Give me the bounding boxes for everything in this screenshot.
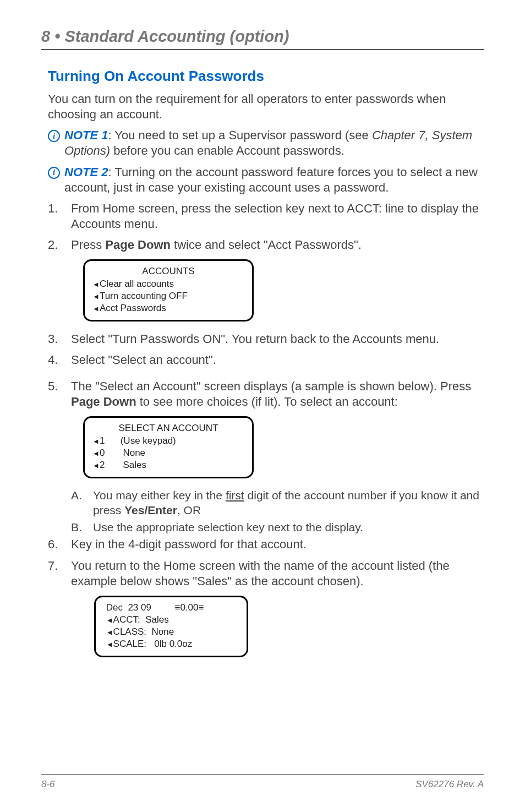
sub-a-text: You may either key in the first digit of…	[93, 488, 484, 518]
step-7-text: You return to the Home screen with the n…	[71, 558, 484, 589]
steps-list-1: 1. From Home screen, press the selection…	[48, 201, 484, 253]
step-5-bold: Page Down	[71, 395, 136, 408]
note-2: i NOTE 2: Turning on the account passwor…	[48, 165, 484, 195]
screen-select-row-3: ◄2 Sales	[92, 459, 244, 471]
step-5: 5. The "Select an Account" screen displa…	[48, 379, 484, 410]
section-heading: Turning On Account Passwords	[48, 68, 484, 85]
sub-b-letter: B.	[71, 520, 93, 535]
left-arrow-icon: ◄	[92, 449, 100, 457]
step-2-bold: Page Down	[105, 238, 171, 252]
left-arrow-icon: ◄	[106, 616, 113, 624]
screen-accounts-title: ACCOUNTS	[92, 265, 244, 277]
sub-b-text: Use the appropriate selection key next t…	[93, 520, 363, 535]
step-2-num: 2.	[48, 237, 71, 253]
screen-select-row-1: ◄1 (Use keypad)	[92, 435, 244, 447]
screen-home-line-2: ◄ACCT: Sales	[103, 614, 239, 626]
screen-accounts-row-1: ◄Clear all accounts	[92, 278, 244, 290]
left-arrow-icon: ◄	[92, 437, 100, 445]
step-2-prefix: Press	[71, 238, 105, 252]
step-2: 2. Press Page Down twice and select "Acc…	[48, 237, 484, 253]
screen-home-line-3: ◄CLASS: None	[103, 626, 239, 638]
note-1-after: before you can enable Account passwords.	[110, 144, 344, 157]
note-1-label: NOTE 1	[64, 128, 108, 142]
left-arrow-icon: ◄	[92, 292, 100, 301]
sub-a-letter: A.	[71, 488, 93, 518]
step-3-num: 3.	[48, 331, 71, 347]
step-2-text: Press Page Down twice and select "Acct P…	[71, 237, 484, 253]
step-7-num: 7.	[48, 558, 71, 589]
steps-list-2: 3. Select "Turn Passwords ON". You retur…	[48, 331, 484, 410]
step-7: 7. You return to the Home screen with th…	[48, 558, 484, 589]
step-4: 4. Select "Select an account".	[48, 352, 484, 368]
step-3-text: Select "Turn Passwords ON". You return b…	[71, 331, 484, 347]
sub-step-a: A. You may either key in the first digit…	[71, 488, 484, 518]
steps-list-3: 6. Key in the 4-digit password for that …	[48, 537, 484, 588]
left-arrow-icon: ◄	[92, 280, 100, 288]
step-5-num: 5.	[48, 379, 71, 410]
note-2-body: : Turning on the account password featur…	[64, 165, 478, 194]
screen-accounts-row-2: ◄Turn accounting OFF	[92, 290, 244, 302]
screen-select-row-2: ◄0 None	[92, 447, 244, 459]
intro-paragraph: You can turn on the requirement for all …	[48, 91, 484, 122]
screen-accounts-row-3: ◄Acct Passwords	[92, 302, 244, 314]
step-1: 1. From Home screen, press the selection…	[48, 201, 484, 232]
sub-a-underline: first	[226, 489, 244, 502]
sub-step-b: B. Use the appropriate selection key nex…	[71, 520, 484, 535]
note-1-text: NOTE 1: You need to set up a Supervisor …	[64, 128, 484, 159]
sub-steps-ab: A. You may either key in the first digit…	[71, 488, 484, 535]
step-6: 6. Key in the 4-digit password for that …	[48, 537, 484, 552]
page-footer: 8-6 SV62276 Rev. A	[41, 774, 484, 790]
screen-home: Dec 23 09 ≡0.00≡ ◄ACCT: Sales ◄CLASS: No…	[94, 596, 248, 657]
left-arrow-icon: ◄	[106, 640, 113, 648]
step-5-text: The "Select an Account" screen displays …	[71, 379, 484, 410]
step-5-suffix: to see more choices (if lit). To select …	[136, 395, 398, 408]
footer-page-number: 8-6	[41, 779, 55, 790]
note-2-text: NOTE 2: Turning on the account password …	[64, 165, 484, 195]
sub-a-bold: Yes/Enter	[124, 504, 177, 516]
info-icon: i	[48, 130, 60, 142]
step-1-text: From Home screen, press the selection ke…	[71, 201, 484, 232]
step-5-prefix: The "Select an Account" screen displays …	[71, 379, 471, 393]
screen-accounts: ACCOUNTS ◄Clear all accounts ◄Turn accou…	[83, 259, 254, 321]
footer-revision: SV62276 Rev. A	[415, 779, 484, 790]
screen-select-title: SELECT AN ACCOUNT	[92, 422, 244, 434]
screen-select-account: SELECT AN ACCOUNT ◄1 (Use keypad) ◄0 Non…	[83, 416, 254, 478]
info-icon: i	[48, 167, 60, 179]
left-arrow-icon: ◄	[92, 461, 100, 470]
left-arrow-icon: ◄	[92, 304, 100, 313]
step-4-num: 4.	[48, 352, 71, 368]
step-2-suffix: twice and select "Acct Passwords".	[171, 238, 362, 252]
step-6-text: Key in the 4-digit password for that acc…	[71, 537, 484, 552]
note-1: i NOTE 1: You need to set up a Superviso…	[48, 128, 484, 159]
step-6-num: 6.	[48, 537, 71, 552]
screen-home-line-1: Dec 23 09 ≡0.00≡	[103, 602, 239, 614]
step-1-num: 1.	[48, 201, 71, 232]
left-arrow-icon: ◄	[106, 628, 113, 636]
step-3: 3. Select "Turn Passwords ON". You retur…	[48, 331, 484, 347]
screen-home-line-4: ◄SCALE: 0lb 0.0oz	[103, 638, 239, 650]
step-4-text: Select "Select an account".	[71, 352, 484, 368]
chapter-header: 8 • Standard Accounting (option)	[41, 28, 484, 50]
note-1-before: : You need to set up a Supervisor passwo…	[108, 128, 371, 142]
note-2-label: NOTE 2	[64, 165, 108, 179]
